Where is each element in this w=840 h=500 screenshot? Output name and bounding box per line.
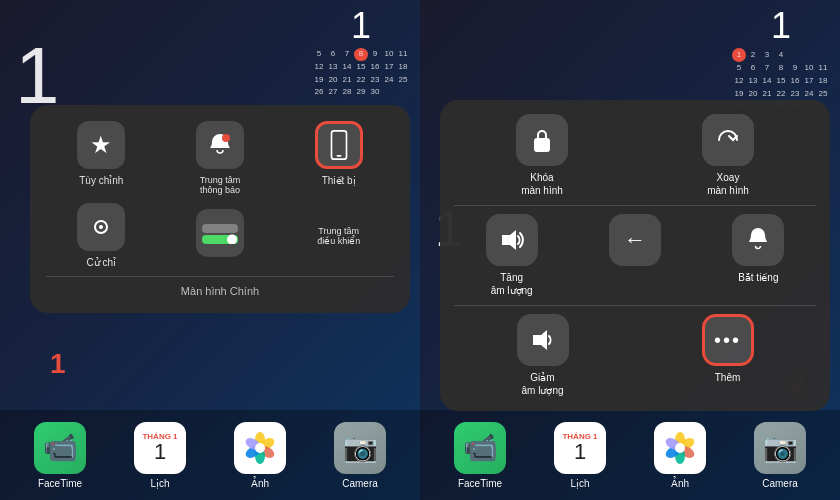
right-anh-label: Ảnh (671, 478, 689, 489)
right-camera-label: Camera (762, 478, 798, 489)
dock-camera[interactable]: 📷 Camera (334, 422, 386, 489)
menu-item-trung-tam[interactable]: Trung tâmđiều khiển (283, 226, 394, 246)
right-divider-1 (454, 205, 816, 206)
menu-item-thiet-bi[interactable]: Thiết bị (283, 121, 394, 195)
tuy-chinh-icon: ★ (77, 121, 125, 169)
khoa-icon (516, 114, 568, 166)
menu-item-cu-chi[interactable]: Cử chỉ (46, 203, 157, 268)
right-lich-label: Lịch (570, 478, 589, 489)
cu-chi-icon (77, 203, 125, 251)
tuy-chinh-label: Tùy chỉnh (79, 175, 123, 186)
right-dock-facetime[interactable]: 📹 FaceTime (454, 422, 506, 489)
them-icon: ••• (702, 314, 754, 366)
left-calendar-table: 567891011 12131415161718 19202122232425 … (312, 48, 410, 99)
left-day-number: 1 (312, 8, 410, 44)
right-facetime-icon: 📹 (454, 422, 506, 474)
svg-rect-5 (202, 224, 238, 233)
lich-icon: THÁNG 1 1 (134, 422, 186, 474)
right-lich-icon: THÁNG 1 1 (554, 422, 606, 474)
svg-marker-16 (502, 230, 516, 250)
facetime-label: FaceTime (38, 478, 82, 489)
left-phone-panel: 1 567891011 12131415161718 1920212223242… (0, 0, 420, 500)
svg-point-24 (675, 443, 685, 453)
svg-point-14 (255, 443, 265, 453)
left-context-menu: ★ Tùy chỉnh Trung tâmthông báo (30, 105, 410, 313)
dock-facetime[interactable]: 📹 FaceTime (34, 422, 86, 489)
menu-bat-tieng[interactable]: Bắt tiếng (701, 214, 816, 297)
bat-tieng-label: Bắt tiếng (738, 271, 778, 284)
step-number-1: 1 (50, 348, 66, 380)
left-calendar-widget: 1 567891011 12131415161718 1920212223242… (312, 8, 410, 99)
thiet-bi-icon (315, 121, 363, 169)
svg-point-0 (222, 134, 230, 142)
right-dock: 📹 FaceTime THÁNG 1 1 Lịch (420, 410, 840, 500)
trung-tam-label: Trung tâmđiều khiển (317, 226, 360, 246)
svg-marker-17 (533, 330, 547, 350)
menu-back[interactable]: ← (577, 214, 692, 297)
right-menu-mid-row: Tăngâm lượng ← Bắt tiếng (454, 214, 816, 297)
right-divider-2 (454, 305, 816, 306)
lich-label: Lịch (150, 478, 169, 489)
thong-bao-label: Trung tâmthông báo (200, 175, 241, 195)
right-calendar-widget: 1 1234 567891011 12131415161718 19202122… (732, 8, 830, 113)
them-label: Thêm (715, 371, 741, 384)
menu-item-tuy-chinh[interactable]: ★ Tùy chỉnh (46, 121, 157, 195)
xoay-icon (702, 114, 754, 166)
right-dock-anh[interactable]: Ảnh (654, 422, 706, 489)
menu-title-label: Màn hình Chính (46, 285, 394, 297)
menu-item-toggle[interactable] (165, 209, 276, 263)
dock-anh[interactable]: Ảnh (234, 422, 286, 489)
right-camera-icon: 📷 (754, 422, 806, 474)
menu-giam-am-luong[interactable]: Giảmâm lượng (454, 314, 631, 397)
khoa-label: Khóamàn hình (521, 171, 563, 197)
right-anh-icon (654, 422, 706, 474)
cu-chi-label: Cử chỉ (87, 257, 117, 268)
tang-am-label: Tăngâm lượng (491, 271, 533, 297)
svg-rect-15 (534, 138, 550, 152)
thiet-bi-label: Thiết bị (322, 175, 356, 186)
menu-them[interactable]: ••• Thêm (639, 314, 816, 397)
dock-lich[interactable]: THÁNG 1 1 Lịch (134, 422, 186, 489)
menu-item-thong-bao[interactable]: Trung tâmthông báo (165, 121, 276, 195)
right-phone-panel: 1 1234 567891011 12131415161718 19202122… (420, 0, 840, 500)
right-context-menu: Khóamàn hình Xoaymàn hình (440, 100, 830, 411)
camera-label: Camera (342, 478, 378, 489)
xoay-label: Xoaymàn hình (707, 171, 749, 197)
facetime-icon: 📹 (34, 422, 86, 474)
svg-rect-1 (331, 131, 346, 159)
camera-icon: 📷 (334, 422, 386, 474)
divider (46, 276, 394, 277)
right-menu-bot-row: Giảmâm lượng ••• Thêm (454, 314, 816, 397)
right-dock-lich[interactable]: THÁNG 1 1 Lịch (554, 422, 606, 489)
giam-am-icon (517, 314, 569, 366)
right-day-number: 1 (732, 8, 830, 44)
right-facetime-label: FaceTime (458, 478, 502, 489)
menu-xoay-man-hinh[interactable]: Xoaymàn hình (640, 114, 816, 197)
thong-bao-icon (196, 121, 244, 169)
right-menu-top-row: Khóamàn hình Xoaymàn hình (454, 114, 816, 197)
right-dock-camera[interactable]: 📷 Camera (754, 422, 806, 489)
toggle-icon (196, 209, 244, 257)
menu-tang-am-luong[interactable]: Tăngâm lượng (454, 214, 569, 297)
giam-am-label: Giảmâm lượng (521, 371, 563, 397)
back-icon: ← (609, 214, 661, 266)
left-dock: 📹 FaceTime THÁNG 1 1 Lịch (0, 410, 420, 500)
anh-label: Ảnh (251, 478, 269, 489)
anh-icon (234, 422, 286, 474)
menu-khoa-man-hinh[interactable]: Khóamàn hình (454, 114, 630, 197)
svg-point-4 (99, 225, 103, 229)
bat-tieng-icon (732, 214, 784, 266)
tang-am-icon (486, 214, 538, 266)
